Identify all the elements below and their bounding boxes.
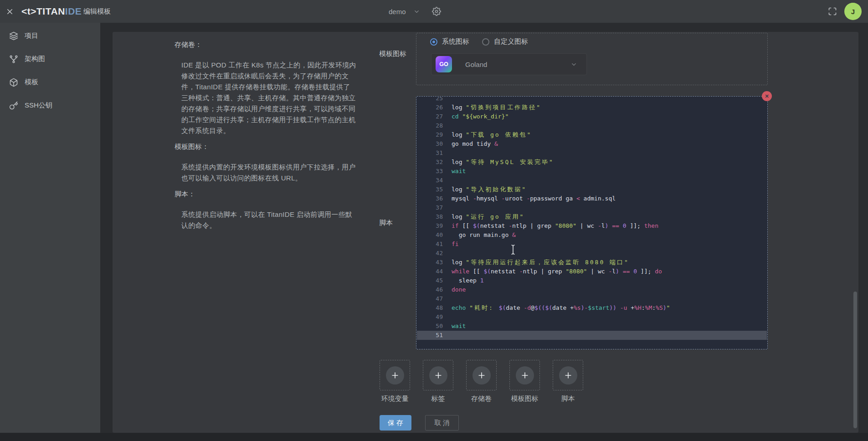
template-icon-section: 系统图标自定义图标 GO Goland [416,33,768,85]
page-scrollbar-thumb[interactable] [853,292,857,428]
help-section-heading: 脚本： [175,189,357,200]
line-number: 34 [417,176,443,185]
sidebar-item-label: 项目 [25,31,38,40]
sidebar-item-architecture[interactable]: 架构图 [0,47,100,71]
sidebar-item-ssh-keys[interactable]: SSH公钥 [0,94,100,117]
dashed-square[interactable] [553,360,583,390]
form-actions: 保 存 取 消 [380,415,459,431]
chevron-down-icon [413,8,420,15]
plus-icon[interactable] [559,366,577,385]
line-number: 35 [417,185,443,194]
code-line-26: 26log "切换到项目工作路径" [417,103,767,112]
gear-icon [432,7,441,16]
sidebar: 项目架构图模板SSH公钥 [0,23,100,433]
sidebar-item-label: 架构图 [25,55,45,63]
dashed-square[interactable] [466,360,497,390]
code-text: if [[ $(netstat -ntlp | grep "8080" | wc… [452,221,658,231]
code-text: wait [452,167,466,176]
radio-custom-icon[interactable]: 自定义图标 [482,37,528,46]
chevron-down-icon [570,61,577,68]
code-text: sleep 1 [452,276,483,285]
add-button-label: 脚本 [553,395,583,403]
template-icon-select[interactable]: GO Goland [431,53,587,75]
code-line-49: 49 [417,313,767,322]
code-line-31: 31 [417,149,767,158]
help-section-heading: 模板图标： [175,141,357,152]
plus-icon[interactable] [386,366,404,385]
code-line-34: 34 [417,176,767,185]
code-text: log "等待应用运行起来后，应该会监听 8080 端口" [452,258,629,267]
add-env-var-button[interactable]: 环境变量 [380,360,410,403]
code-line-45: 45 sleep 1 [417,276,767,285]
add-button-label: 存储卷 [466,395,497,403]
line-number: 28 [417,121,443,130]
top-bar: <t>TITANIDE 编辑模板 demo J [0,0,868,23]
add-tag-button[interactable]: 标签 [423,360,453,403]
code-line-25: 25 [417,97,767,103]
close-icon [5,7,14,16]
code-text: while [[ $(netstat -ntlp | grep "8080" |… [452,267,662,276]
radio-label: 系统图标 [442,37,469,46]
line-number: 45 [417,276,443,285]
code-text: echo "耗时: $(date -d@$(($(date +%s)-$star… [452,303,670,313]
plus-icon[interactable] [429,366,447,385]
line-number: 42 [417,249,443,258]
code-text: log "切换到项目工作路径" [452,103,541,112]
line-number: 29 [417,130,443,139]
plus-icon[interactable] [473,366,491,385]
add-volume-button[interactable]: 存储卷 [466,360,497,403]
settings-button[interactable] [432,7,441,16]
line-number: 37 [417,203,443,212]
user-avatar[interactable]: J [844,3,862,20]
line-number: 26 [417,103,443,112]
add-script-button[interactable]: 脚本 [553,360,583,403]
add-template-icon-button[interactable]: 模板图标 [509,360,540,403]
remove-script-badge[interactable]: ✕ [762,91,772,101]
add-button-label: 环境变量 [380,395,410,403]
cancel-button[interactable]: 取 消 [425,415,459,431]
line-number: 36 [417,194,443,203]
help-section-body: 系统提供内置的开发环境模板图标供用户下拉选择，用户也可以输入可以访问的图标在线 … [181,162,357,184]
dashed-square[interactable] [380,360,410,390]
logo-ide: IDE [65,6,82,17]
help-panel: 存储卷：IDE 是以 POD 工作在 K8s 节点之上的，因此开发环境内修改过文… [175,39,357,236]
close-button[interactable] [5,7,14,16]
help-section-body: 系统提供启动脚本，可以在 TitanIDE 启动前调用一些默认的命令。 [181,209,357,231]
add-buttons-row: 环境变量标签存储卷模板图标脚本 [380,360,583,403]
code-line-41: 41fi [417,240,767,249]
save-button[interactable]: 保 存 [380,415,411,431]
fullscreen-button[interactable] [828,7,837,16]
dashed-square[interactable] [509,360,540,390]
sidebar-item-templates[interactable]: 模板 [0,71,100,94]
main-panel: 存储卷：IDE 是以 POD 工作在 K8s 节点之上的，因此开发环境内修改过文… [113,32,858,433]
line-number: 49 [417,313,443,322]
radio-dot[interactable] [482,38,489,46]
add-button-label: 标签 [423,395,453,403]
code-text: go run main.go & [452,231,516,240]
project-select[interactable]: demo [389,0,420,23]
script-editor-viewport[interactable]: 2526log "切换到项目工作路径"27cd "${work_dir}"282… [417,97,767,349]
code-line-42: 42 [417,249,767,258]
dashed-square[interactable] [423,360,453,390]
sidebar-item-projects[interactable]: 项目 [0,24,100,47]
radio-dot[interactable] [430,38,437,46]
code-line-30: 30go mod tidy & [417,139,767,149]
line-number: 41 [417,240,443,249]
code-text: fi [452,240,459,249]
line-number: 50 [417,322,443,331]
line-number: 25 [417,97,443,103]
code-line-40: 40 go run main.go & [417,231,767,240]
code-line-50: 50wait [417,322,767,331]
layers-icon [9,31,18,41]
maximize-icon [828,7,837,16]
cube-icon [9,78,18,87]
code-text: log "等待 MySQL 安装完毕" [452,158,554,167]
code-line-46: 46done [417,285,767,294]
code-line-36: 36mysql -hmysql -uroot -ppassword ga < a… [417,194,767,203]
line-number: 33 [417,167,443,176]
code-line-32: 32log "等待 MySQL 安装完毕" [417,158,767,167]
project-select-value: demo [389,8,406,15]
script-editor[interactable]: 2526log "切换到项目工作路径"27cd "${work_dir}"282… [416,96,768,349]
plus-icon[interactable] [516,366,534,385]
radio-system-icon[interactable]: 系统图标 [430,37,469,46]
